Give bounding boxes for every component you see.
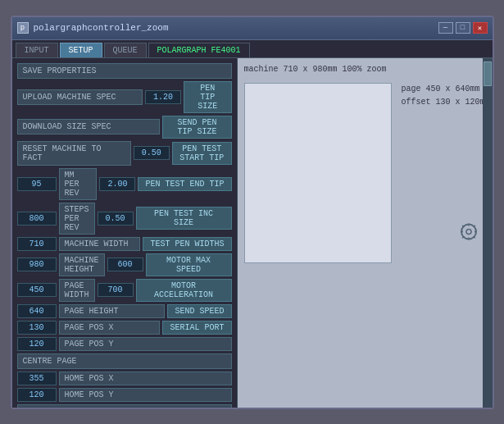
title-bar-left: p polargraphcontroller_zoom (17, 22, 169, 34)
serial-port-button[interactable]: SERIAL PORT (162, 321, 231, 335)
machine-height-value[interactable] (17, 258, 57, 271)
gear-icon-container (460, 222, 478, 243)
maximize-button[interactable]: □ (456, 22, 470, 34)
home-pos-x-value[interactable] (17, 372, 57, 385)
canvas-area: machine 710 x 980mm 100% zoom page 450 x… (238, 58, 493, 408)
motor-accel-label: MOTOR ACCELERATION (136, 279, 232, 302)
page-height-label: PAGE HEIGHT (59, 304, 166, 318)
download-size-spec-row: DOWNLOAD SIZE SPEC SEND PEN TIP SIZE (17, 116, 232, 139)
mm-per-rev-label: MM PER REV (59, 168, 98, 200)
reset-machine-row: RESET MACHINE TO FACT PEN TEST START TIP (17, 141, 232, 166)
upload-machine-spec-button[interactable]: UPLOAD MACHINE SPEC (17, 89, 143, 105)
home-pos-x-row: HOME POS X (17, 372, 232, 385)
mm-per-rev-row: MM PER REV PEN TEST END TIP (17, 168, 232, 200)
machine-width-row: MACHINE WIDTH TEST PEN WIDTHS (17, 237, 232, 251)
reset-machine-button[interactable]: RESET MACHINE TO FACT (17, 141, 131, 166)
send-pen-tip-size-button[interactable]: SEND PEN TIP SIZE (162, 116, 231, 139)
home-pos-x-label: HOME POS X (59, 372, 232, 385)
test-pen-widths-button[interactable]: TEST PEN WIDTHS (143, 237, 231, 251)
tab-bar: INPUT SETUP QUEUE Polargraph FE4001 (12, 40, 493, 58)
page-pos-x-label: PAGE POS X (59, 321, 161, 335)
machine-height-label: MACHINE HEIGHT (59, 253, 105, 276)
window-title: polargraphcontroller_zoom (34, 23, 169, 33)
minimize-button[interactable]: — (438, 22, 453, 34)
title-bar: p polargraphcontroller_zoom — □ ✕ (12, 17, 493, 40)
scroll-thumb[interactable] (484, 62, 492, 86)
save-properties-button[interactable]: SAVE PROPERTIES (17, 63, 232, 79)
page-width-value[interactable] (17, 283, 57, 297)
page-width-row: PAGE WIDTH MOTOR ACCELERATION (17, 279, 232, 302)
machine-width-value[interactable] (17, 237, 57, 251)
vertical-scrollbar[interactable] (483, 58, 493, 408)
page-pos-y-label: PAGE POS Y (59, 337, 232, 351)
sidebar: SAVE PROPERTIES UPLOAD MACHINE SPEC PEN … (12, 58, 238, 408)
pen-test-start-value[interactable] (134, 146, 170, 160)
main-window: p polargraphcontroller_zoom — □ ✕ INPUT … (11, 16, 494, 409)
page-pos-y-row: PAGE POS Y (17, 337, 232, 351)
close-button[interactable]: ✕ (473, 22, 488, 34)
machine-width-label: MACHINE WIDTH (59, 237, 141, 251)
motor-max-speed-value[interactable] (107, 258, 143, 271)
page-height-row: PAGE HEIGHT SEND SPEED (17, 304, 232, 318)
steps-per-rev-label: STEPS PER REV (59, 203, 95, 235)
page-width-label: PAGE WIDTH (59, 279, 95, 302)
centre-homepoint-button[interactable]: CENTRE HOMEPOINT (17, 404, 232, 408)
pen-test-inc-value[interactable] (98, 212, 134, 226)
page-height-value[interactable] (17, 304, 57, 318)
main-content: SAVE PROPERTIES UPLOAD MACHINE SPEC PEN … (12, 58, 493, 408)
tab-queue[interactable]: QUEUE (104, 43, 147, 57)
centre-page-button[interactable]: CENTRE PAGE (17, 353, 232, 369)
page-rectangle (244, 83, 392, 263)
svg-point-1 (466, 229, 471, 234)
page-info: page 450 x 640mm (402, 84, 480, 93)
motor-max-speed-label: MOTOR MAX SPEED (146, 253, 232, 276)
machine-height-row: MACHINE HEIGHT MOTOR MAX SPEED (17, 253, 232, 276)
steps-per-rev-value[interactable] (17, 212, 57, 226)
tab-polargraph[interactable]: Polargraph FE4001 (148, 43, 250, 57)
upload-machine-spec-row: UPLOAD MACHINE SPEC PEN TIP SIZE (17, 81, 232, 113)
send-speed-button[interactable]: SEND SPEED (167, 304, 231, 318)
download-size-spec-button[interactable]: DOWNLOAD SIZE SPEC (17, 119, 161, 134)
home-pos-y-label: HOME POS Y (59, 388, 232, 402)
pen-test-end-value[interactable] (99, 177, 135, 191)
machine-info: machine 710 x 980mm 100% zoom (244, 65, 387, 74)
motor-accel-value[interactable] (98, 283, 134, 297)
offset-info: offset 130 x 120mm (402, 98, 490, 107)
page-pos-x-row: PAGE POS X SERIAL PORT (17, 321, 232, 335)
gear-icon (460, 222, 478, 240)
app-icon: p (17, 22, 29, 34)
steps-per-rev-row: STEPS PER REV PEN TEST INC SIZE (17, 203, 232, 235)
page-pos-x-value[interactable] (17, 321, 57, 335)
page-pos-y-value[interactable] (17, 337, 57, 351)
home-pos-y-row: HOME POS Y (17, 388, 232, 402)
pen-tip-size-label[interactable]: PEN TIP SIZE (184, 81, 232, 113)
pen-tip-size-value[interactable] (145, 90, 181, 104)
window-controls: — □ ✕ (438, 22, 488, 34)
pen-test-inc-label: PEN TEST INC SIZE (136, 207, 232, 230)
pen-test-end-label: PEN TEST END TIP (138, 177, 231, 191)
pen-test-start-label[interactable]: PEN TEST START TIP (172, 142, 232, 165)
home-pos-y-value[interactable] (17, 388, 57, 402)
tab-setup[interactable]: SETUP (60, 43, 102, 57)
tab-input[interactable]: INPUT (16, 43, 58, 57)
mm-per-rev-value[interactable] (17, 177, 57, 191)
